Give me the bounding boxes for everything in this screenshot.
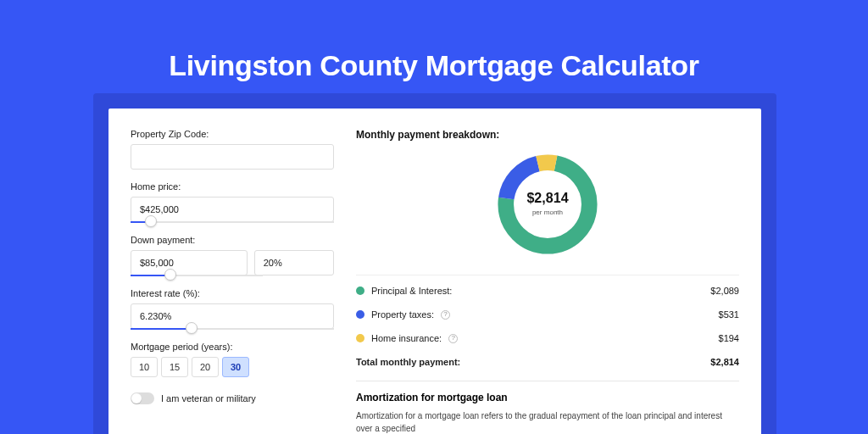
breakdown-column: Monthly payment breakdown: $2,814 per mo… [356, 129, 739, 434]
down-payment-label: Down payment: [131, 235, 334, 245]
slider-thumb[interactable] [145, 215, 157, 227]
interest-slider[interactable] [131, 328, 334, 330]
breakdown-value: $531 [719, 309, 739, 320]
home-price-slider[interactable] [131, 221, 334, 223]
page-title: Livingston County Mortgage Calculator [0, 0, 868, 82]
home-price-field: Home price: [131, 181, 334, 223]
period-label: Mortgage period (years): [131, 342, 334, 352]
breakdown-value: $194 [719, 333, 739, 343]
breakdown-label: Property taxes: [371, 309, 434, 320]
interest-input[interactable] [131, 303, 334, 329]
breakdown-row-insurance: Home insurance: ? $194 [356, 326, 739, 350]
down-payment-pct-input[interactable] [254, 250, 334, 275]
breakdown-row-taxes: Property taxes: ? $531 [356, 303, 739, 326]
veteran-toggle[interactable] [131, 392, 154, 404]
donut-chart: $2,814 per month [356, 149, 739, 259]
swatch-yellow [356, 334, 364, 342]
period-group: 10 15 20 30 [131, 357, 334, 377]
interest-field: Interest rate (%): [131, 288, 334, 330]
swatch-blue [356, 310, 364, 319]
down-payment-input[interactable] [131, 250, 248, 275]
swatch-green [356, 287, 364, 295]
breakdown-value: $2,089 [710, 286, 739, 296]
zip-field: Property Zip Code: [131, 129, 334, 170]
home-price-label: Home price: [131, 181, 334, 192]
period-option-30[interactable]: 30 [222, 357, 249, 377]
zip-input[interactable] [131, 144, 334, 170]
amortization-title: Amortization for mortgage loan [356, 392, 739, 403]
breakdown-total-value: $2,814 [710, 357, 739, 367]
calculator-panel: Property Zip Code: Home price: Down paym… [108, 108, 761, 434]
slider-thumb[interactable] [186, 322, 198, 334]
breakdown-label: Principal & Interest: [371, 286, 452, 296]
donut-center-sub: per month [532, 209, 563, 216]
breakdown-row-total: Total monthly payment: $2,814 [356, 350, 739, 374]
period-option-10[interactable]: 10 [131, 357, 158, 377]
veteran-row: I am veteran or military [131, 392, 334, 404]
interest-label: Interest rate (%): [131, 288, 334, 298]
toggle-thumb [131, 393, 142, 403]
breakdown-total-label: Total monthly payment: [356, 357, 460, 367]
breakdown-row-principal: Principal & Interest: $2,089 [356, 279, 739, 303]
amortization-section: Amortization for mortgage loan Amortizat… [356, 381, 739, 434]
zip-label: Property Zip Code: [131, 129, 334, 139]
donut-center-value: $2,814 [526, 190, 568, 205]
period-option-20[interactable]: 20 [192, 357, 219, 377]
down-payment-slider[interactable] [131, 275, 263, 276]
breakdown-label: Home insurance: [371, 333, 442, 343]
info-icon[interactable]: ? [441, 310, 450, 320]
period-field: Mortgage period (years): 10 15 20 30 [131, 342, 334, 377]
veteran-label: I am veteran or military [161, 393, 256, 403]
info-icon[interactable]: ? [448, 334, 458, 343]
slider-thumb[interactable] [164, 269, 176, 281]
breakdown-title: Monthly payment breakdown: [356, 129, 739, 141]
period-option-15[interactable]: 15 [161, 357, 188, 377]
breakdown-list: Principal & Interest: $2,089 Property ta… [356, 275, 739, 374]
home-price-input[interactable] [131, 197, 334, 222]
form-column: Property Zip Code: Home price: Down paym… [131, 129, 334, 434]
amortization-text: Amortization for a mortgage loan refers … [356, 410, 739, 434]
down-payment-field: Down payment: [131, 235, 334, 276]
